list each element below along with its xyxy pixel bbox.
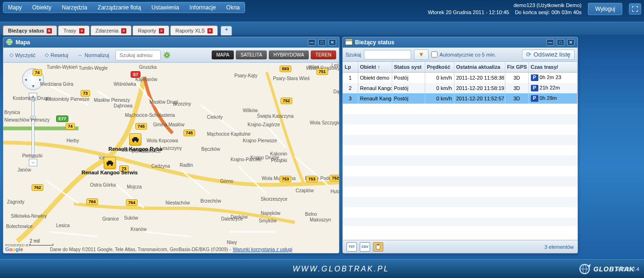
search-label: Szukaj (346, 52, 361, 57)
column-header[interactable]: Ostatnia aktualiza (454, 62, 505, 72)
map-canvas[interactable]: ▴ ▾ ◂ ▸ + − 2 mil POWERED (3, 63, 339, 253)
close-button[interactable]: ✕ (329, 39, 336, 46)
status-footer: TXT CSV 3 elementów (343, 240, 578, 253)
maptype-satellite[interactable]: SATELITA (236, 50, 267, 59)
city-label: Bolechowice (6, 224, 33, 229)
map-marker[interactable]: Renault Kangoo Ryba (107, 133, 164, 152)
fullscreen-button[interactable] (629, 3, 641, 15)
maptype-hybrid[interactable]: HYBRYDOWA (269, 50, 309, 59)
vehicle-pin-icon (104, 157, 116, 169)
column-header[interactable]: Obiekt ↑ (358, 62, 392, 72)
menu-settings[interactable]: Ustawienia (151, 4, 179, 11)
maptype-map[interactable]: MAPA (212, 50, 234, 59)
minimize-button[interactable]: — (308, 39, 315, 46)
pan-down-icon[interactable]: ▾ (32, 83, 34, 89)
close-icon[interactable]: ✕ (47, 28, 52, 33)
maximize-button[interactable]: □ (557, 39, 564, 46)
address-search-input[interactable] (116, 50, 161, 60)
city-label: Pietraszki (22, 153, 42, 158)
tab-label: Zdarzenia (96, 28, 119, 33)
zoom-slider[interactable] (32, 101, 34, 158)
logout-button[interactable]: Wyloguj (588, 3, 622, 15)
tab-label: Bieżący status (8, 28, 44, 33)
clear-button[interactable]: ◇ Wyczyść (6, 50, 39, 60)
menu-windows[interactable]: Okna (226, 4, 240, 11)
city-label: Masłów Pierwszy (94, 98, 130, 103)
menu-fleet[interactable]: Zarządzanie flotą (98, 4, 141, 11)
road-shield: 762 (32, 184, 43, 191)
close-icon[interactable]: ✕ (207, 28, 213, 33)
column-header[interactable]: Status syst (392, 62, 425, 72)
export-txt-button[interactable]: TXT (347, 242, 357, 252)
city-label: Kranów (131, 227, 147, 232)
zoom-out-button[interactable]: − (29, 159, 37, 166)
status-search-input[interactable] (364, 50, 411, 59)
add-tab-button[interactable]: + (221, 26, 232, 35)
status-grid[interactable]: LpObiekt ↑Status systPrędkośćOstatnia ak… (343, 62, 578, 240)
reset-button[interactable]: ◇ Resetuj (41, 50, 71, 60)
city-label: Święta Katarzyna (257, 114, 294, 119)
table-icon (346, 39, 352, 46)
refresh-button[interactable]: ⟳ Odśwież listę (522, 49, 575, 60)
svg-line-7 (168, 57, 169, 57)
menu-objects[interactable]: Obiekty (32, 4, 51, 11)
menu-maps[interactable]: Mapy (8, 4, 22, 11)
map-marker[interactable]: Renaul Kangoo Serwis (80, 157, 139, 176)
svg-point-15 (107, 164, 109, 166)
clipboard-button[interactable] (373, 242, 383, 252)
road-shield: 753 (280, 176, 291, 182)
city-label: Wola Szczygiełkowa (310, 120, 339, 125)
road-shield: 751 (316, 68, 328, 75)
tab-events[interactable]: Zdarzenia ✕ (91, 25, 132, 35)
pan-right-icon[interactable]: ▸ (39, 77, 41, 82)
city-label: Niwy (227, 240, 237, 245)
pan-left-icon[interactable]: ◂ (25, 77, 27, 82)
maximize-button[interactable]: □ (318, 39, 326, 46)
svg-rect-10 (3, 63, 339, 253)
road-shield: 745 (135, 123, 147, 130)
tab-reports-xls[interactable]: Raporty XLS ✕ (170, 25, 218, 35)
table-row[interactable]: 2Renaul KangooPostój0 km/h2011-12-20 11:… (343, 83, 578, 93)
column-header[interactable]: Lp (343, 62, 358, 72)
refresh-icon: ⟳ (526, 51, 531, 58)
close-icon[interactable]: ✕ (121, 28, 126, 33)
close-button[interactable]: ✕ (567, 39, 575, 46)
road-shield: E77 (56, 115, 68, 122)
maptype-terrain[interactable]: TEREN (311, 50, 336, 59)
column-header[interactable]: Prędkość (425, 62, 454, 72)
city-label: Lesica (56, 223, 70, 228)
reset-icon: ◇ (45, 52, 49, 58)
column-header[interactable]: Czas trasy/ (528, 62, 578, 72)
tab-reports[interactable]: Raporty ✕ (132, 25, 169, 35)
table-row[interactable]: 3Renault KangooPostój0 km/h2011-12-20 11… (343, 93, 578, 104)
table-row[interactable]: 1Obiekt demoPostój0 km/h2011-12-20 11:58… (343, 72, 578, 83)
tab-status[interactable]: Bieżący status ✕ (3, 25, 57, 35)
main-menu[interactable]: Mapy Obiekty Narzędzia Zarządzanie flotą… (3, 2, 245, 13)
column-header[interactable]: Fix GPS (505, 62, 528, 72)
auto-refresh-toggle[interactable]: Automatycznie co 5 min. (431, 51, 496, 57)
funnel-icon: ▼ (418, 51, 424, 58)
user-label: demo123 (Użytkownik Demo) (428, 2, 581, 9)
menu-tools[interactable]: Narzędzia (62, 4, 87, 11)
menu-info[interactable]: Informacje (190, 4, 216, 11)
city-label: Napęków (261, 211, 281, 216)
city-label: Górno (220, 179, 233, 184)
city-label: Mąchocice-Scholasteria (125, 113, 175, 118)
map-toolbar: ◇ Wyczyść ◇ Resetuj ↔ Normalizuj MAPA SA… (3, 48, 339, 63)
city-label: Belno (305, 212, 317, 217)
gear-icon[interactable] (164, 52, 170, 58)
map-terms-link[interactable]: Warunki korzystania z usługi (233, 247, 292, 252)
tab-routes[interactable]: Trasy ✕ (58, 25, 89, 35)
filter-button[interactable]: ▼ (414, 49, 429, 60)
road-shield: S7 (131, 71, 140, 78)
road-shield: 752 (330, 175, 339, 181)
status-toolbar: Szukaj ▼ Automatycznie co 5 min. ⟳ Odświ… (343, 48, 578, 62)
normalize-button[interactable]: ↔ Normalizuj (74, 50, 113, 60)
road-shield: 73 (81, 90, 90, 97)
close-icon[interactable]: ✕ (159, 28, 164, 33)
export-csv-button[interactable]: CSV (360, 242, 370, 252)
city-label: Gmina Masłów (153, 122, 184, 127)
minimize-button[interactable]: — (546, 39, 554, 46)
auto-refresh-checkbox[interactable] (431, 51, 438, 57)
close-icon[interactable]: ✕ (79, 28, 84, 33)
